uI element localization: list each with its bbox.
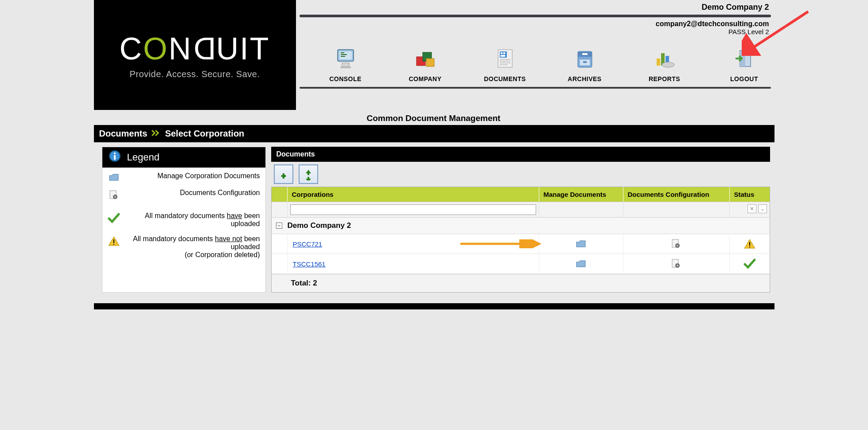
doc-config-icon (108, 189, 120, 200)
legend-panel: Legend Manage Corporation Documents Docu… (102, 147, 266, 293)
filter-dropdown-button[interactable]: ⌄ (758, 204, 767, 213)
svg-rect-10 (503, 52, 505, 54)
corp-link[interactable]: TSCC1561 (293, 260, 326, 268)
svg-rect-6 (426, 59, 434, 66)
filter-clear-button[interactable]: ✕ (747, 204, 756, 213)
main-nav: CONSOLE COMPANY DOCUMENTS (319, 46, 771, 82)
svg-rect-37 (749, 246, 750, 247)
section-heading: Common Document Management (360, 107, 775, 125)
check-icon (108, 212, 120, 223)
reports-icon (652, 46, 677, 71)
grid-footer: Total: 2 (272, 274, 770, 292)
svg-rect-17 (657, 59, 660, 66)
manage-documents-button[interactable] (539, 234, 623, 254)
grid-header-blank (272, 187, 288, 202)
text: All mandatory documents (145, 212, 227, 219)
archives-icon (572, 46, 597, 71)
svg-rect-31 (113, 244, 114, 245)
legend-item-manage: Manage Corporation Documents (128, 172, 260, 180)
status-ok-icon (730, 254, 770, 274)
logo-text: CONDUIT (120, 31, 270, 66)
documents-config-button[interactable] (623, 254, 730, 274)
breadcrumb-leaf: Select Corporation (165, 129, 244, 139)
grid-group-header: − Demo Company 2 (272, 218, 770, 234)
text: All mandatory documents (133, 235, 215, 242)
documents-icon (493, 46, 518, 71)
nav-console[interactable]: CONSOLE (319, 46, 372, 82)
text-paren: (or Corporation deleted) (128, 251, 260, 259)
filter-input-corporations[interactable] (290, 204, 536, 215)
svg-point-35 (677, 245, 678, 246)
info-icon (109, 150, 121, 165)
legend-header: Legend (102, 147, 265, 168)
nav-label: REPORTS (649, 75, 680, 82)
svg-rect-2 (342, 63, 349, 66)
legend-title: Legend (127, 152, 160, 163)
status-warning-icon (730, 234, 770, 254)
expand-all-button[interactable] (274, 164, 293, 184)
breadcrumb-bar: Documents Select Corporation (94, 125, 775, 142)
legend-item-not-uploaded: All mandatory documents have not been up… (128, 235, 260, 259)
company-name: Demo Company 2 (300, 2, 771, 15)
nav-label: ARCHIVES (568, 75, 601, 82)
svg-point-20 (662, 62, 674, 67)
grid-header-corporations[interactable]: Corporations (288, 187, 539, 202)
svg-rect-16 (583, 61, 587, 63)
company-icon (413, 46, 438, 71)
nav-company[interactable]: COMPANY (399, 46, 452, 82)
table-row: TSCC1561 (272, 254, 770, 274)
user-level: PASS Level 2 (300, 28, 769, 35)
folder-icon (108, 172, 120, 182)
collapse-all-button[interactable] (299, 164, 318, 184)
user-email: company2@dtechconsulting.com (300, 20, 769, 28)
divider-med (300, 87, 771, 89)
svg-point-29 (114, 196, 116, 198)
annotation-arrow-orange (458, 239, 542, 248)
table-row: PSCC721 (272, 234, 770, 254)
svg-rect-11 (501, 55, 505, 57)
logout-icon (732, 46, 757, 71)
documents-config-button[interactable] (623, 234, 730, 254)
svg-rect-30 (113, 239, 114, 243)
svg-point-40 (677, 265, 678, 266)
nav-documents[interactable]: DOCUMENTS (479, 46, 532, 82)
legend-item-all-uploaded: All mandatory documents have been upload… (128, 212, 260, 228)
grid-header-config[interactable]: Documents Configuration (623, 187, 730, 202)
group-collapse-toggle[interactable]: − (276, 223, 282, 229)
documents-panel: Documents Corporations Manage Documents … (271, 147, 770, 293)
chevron-double-right-icon (152, 129, 160, 139)
logo-letter-flipped: D (192, 31, 216, 66)
breadcrumb-root[interactable]: Documents (99, 129, 148, 139)
text-underline: have not (215, 235, 242, 242)
legend-item-config: Documents Configuration (128, 189, 260, 197)
console-icon (333, 46, 358, 71)
manage-documents-button[interactable] (539, 254, 623, 274)
svg-rect-36 (749, 242, 750, 246)
grid-header-status[interactable]: Status (730, 187, 770, 202)
logo-letter: N (169, 31, 193, 66)
divider-thick (300, 15, 771, 17)
svg-rect-3 (340, 66, 351, 68)
toolbar (271, 162, 770, 187)
grid-header-row: Corporations Manage Documents Documents … (272, 187, 770, 202)
svg-rect-14 (582, 53, 588, 55)
svg-point-25 (114, 152, 116, 154)
grid-header-manage[interactable]: Manage Documents (539, 187, 623, 202)
logo-letter: UIT (216, 31, 270, 66)
logo-letter-green: O (143, 31, 168, 66)
logo-block: CONDUIT Provide. Access. Secure. Save. (94, 0, 296, 110)
grid-filter-row: ✕ ⌄ (272, 202, 770, 218)
nav-reports[interactable]: REPORTS (638, 46, 691, 82)
nav-logout[interactable]: LOGOUT (718, 46, 771, 82)
nav-label: CONSOLE (329, 75, 362, 82)
group-name: Demo Company 2 (288, 221, 351, 230)
corp-link[interactable]: PSCC721 (293, 240, 323, 248)
page-footer-bar (94, 303, 775, 309)
warning-icon (108, 235, 120, 246)
nav-label: LOGOUT (730, 75, 758, 82)
nav-archives[interactable]: ARCHIVES (558, 46, 611, 82)
nav-label: COMPANY (409, 75, 441, 82)
corporations-grid: Corporations Manage Documents Documents … (271, 187, 770, 293)
logo-tagline: Provide. Access. Secure. Save. (129, 69, 260, 79)
nav-label: DOCUMENTS (484, 75, 526, 82)
